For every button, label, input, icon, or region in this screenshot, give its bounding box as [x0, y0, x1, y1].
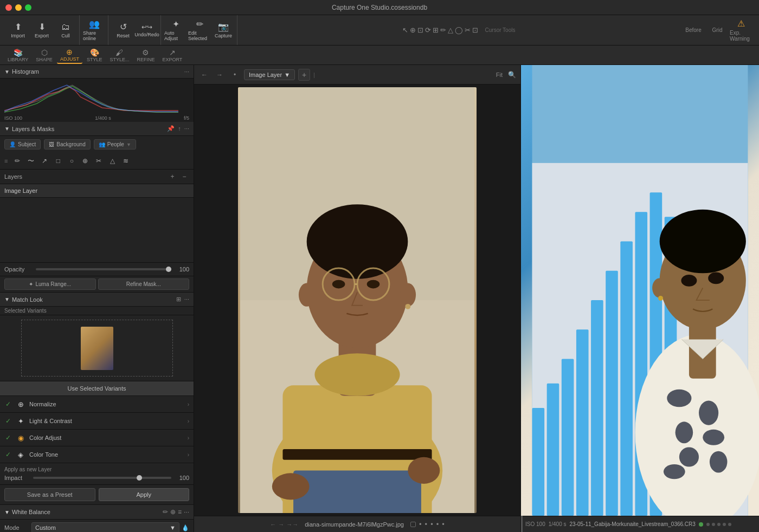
luma-range-button[interactable]: ✦ Luma Range... [4, 278, 96, 290]
mask-separator: ≡ [4, 158, 8, 164]
canvas-separator: | [313, 72, 315, 78]
refine-mask-button[interactable]: Refine Mask... [98, 278, 190, 290]
impact-label: Impact [4, 475, 29, 481]
histogram-menu-icon[interactable]: ··· [184, 68, 189, 75]
cursor-tool-10[interactable]: ⊡ [472, 26, 478, 34]
mask-tool-subtract[interactable]: ✂ [93, 155, 105, 167]
mask-tool-ellipse[interactable]: ○ [66, 155, 78, 167]
tab-style[interactable]: 🎨 STYLE [83, 47, 106, 64]
mask-tool-invert[interactable]: ≋ [120, 155, 132, 167]
status-small-dot-1 [706, 523, 710, 526]
maximize-button[interactable] [25, 4, 31, 11]
impact-row: Impact 100 [4, 475, 189, 481]
wb-menu-icon[interactable]: ··· [184, 508, 189, 516]
undo-redo-button[interactable]: ↩↪ Undo/Redo [136, 18, 158, 43]
histogram-header[interactable]: ▼ Histogram ··· [0, 65, 194, 79]
match-item-normalize[interactable]: ✓ ⊕ Normalize › [0, 396, 194, 413]
minimize-button[interactable] [15, 4, 22, 11]
grid-button[interactable]: Grid [706, 18, 729, 43]
remove-layer-icon[interactable]: − [179, 172, 189, 181]
edit-selected-button[interactable]: ✏ Edit Selected [188, 18, 211, 43]
white-balance-mode-select[interactable]: Custom ▼ [31, 522, 179, 532]
svg-rect-14 [282, 449, 432, 460]
tab-library[interactable]: 📚 LIBRARY [4, 47, 31, 64]
cursor-tool-8[interactable]: ◯ [455, 26, 463, 34]
cursor-tool-7[interactable]: △ [448, 26, 453, 34]
import-button[interactable]: ⬆ Import [7, 18, 29, 43]
auto-adjust-button[interactable]: ✦ Auto Adjust [164, 18, 187, 43]
cursor-tool-6[interactable]: ✏ [440, 26, 446, 34]
mask-tool-lasso[interactable]: 〜 [25, 155, 37, 167]
svg-point-11 [332, 280, 345, 289]
mask-tool-add[interactable]: ⊕ [79, 155, 91, 167]
white-balance-header[interactable]: ▼ White Balance ✏ ⊕ ≡ ··· [0, 505, 194, 520]
wb-eyedropper-icon[interactable]: 💧 [182, 524, 189, 531]
add-layer-icon[interactable]: + [168, 172, 177, 181]
mask-tool-gradient[interactable]: ↗ [38, 155, 50, 167]
save-preset-button[interactable]: Save as a Preset [4, 488, 95, 501]
white-balance-tools: ✏ ⊕ ≡ ··· [163, 508, 189, 516]
cursor-tool-5[interactable]: ⊞ [433, 26, 439, 34]
apply-button[interactable]: Apply [99, 488, 190, 501]
layers-masks-pin-icon[interactable]: 📌 [167, 125, 175, 132]
main-toolbar: ⬆ Import ⬇ Export 🗂 Cull 👥 Share online … [0, 15, 759, 46]
tab-export[interactable]: ↗ EXPORT [159, 47, 185, 64]
close-button[interactable] [5, 4, 12, 11]
background-mask-button[interactable]: 🖼 Background [44, 139, 90, 150]
wb-tool-2[interactable]: ⊕ [170, 508, 176, 516]
tab-adjust[interactable]: ⊕ ADJUST [57, 47, 82, 64]
match-item-light-contrast[interactable]: ✓ ✦ Light & Contrast › [0, 413, 194, 430]
match-look-grid-icon[interactable]: ⊞ [176, 296, 181, 303]
reset-button[interactable]: ↺ Reset [112, 18, 134, 43]
tab-refine[interactable]: ⚙ REFINE [133, 47, 158, 64]
wb-tool-1[interactable]: ✏ [163, 508, 168, 516]
opacity-slider[interactable] [36, 268, 171, 270]
cursor-tool-4[interactable]: ⟳ [425, 26, 431, 34]
canvas-fast-next[interactable]: →→ [286, 521, 298, 528]
svg-rect-25 [576, 329, 589, 516]
exp-warning-button[interactable]: ⚠ Exp. Warning [730, 18, 752, 43]
canvas-next-arrow[interactable]: → [278, 521, 284, 528]
layers-masks-header[interactable]: ▼ Layers & Masks 📌 ↑ ··· [0, 122, 194, 136]
match-item-color-tone[interactable]: ✓ ◈ Color Tone › [0, 446, 194, 463]
share-online-button[interactable]: 👥 Share online [83, 18, 106, 43]
zoom-search-icon[interactable]: 🔍 [508, 71, 516, 79]
canvas-nav-right[interactable]: → [214, 69, 226, 81]
people-mask-button[interactable]: 👥 People ▼ [94, 139, 136, 150]
add-layer-button[interactable]: + [298, 69, 310, 81]
canvas-nav-dot[interactable]: • [229, 69, 241, 81]
layer-selector-dropdown[interactable]: Image Layer ▼ [244, 69, 295, 80]
mask-tool-refine[interactable]: △ [106, 155, 118, 167]
canvas-prev-arrow[interactable]: ← [270, 521, 276, 528]
match-look-drop-area[interactable] [21, 320, 173, 377]
cursor-tool-9[interactable]: ✂ [465, 26, 471, 34]
match-look-menu-icon[interactable]: ··· [184, 296, 189, 303]
canvas-nav-left[interactable]: ← [198, 69, 210, 81]
cursor-tool-2[interactable]: ⊕ [410, 26, 416, 34]
selected-variants-label: Selected Variants [0, 307, 194, 315]
image-layer-row[interactable]: Image Layer [0, 184, 194, 198]
tab-shape[interactable]: ⬡ SHAPE [33, 47, 56, 64]
use-selected-variants-button[interactable]: Use Selected Variants [0, 381, 194, 396]
wb-tool-3[interactable]: ≡ [178, 508, 182, 516]
portrait-svg [238, 87, 477, 513]
cursor-tool-3[interactable]: ⊡ [417, 26, 423, 34]
cull-button[interactable]: 🗂 Cull [54, 18, 77, 43]
impact-slider[interactable] [33, 477, 171, 479]
layers-masks-up-icon[interactable]: ↑ [178, 125, 181, 132]
mask-tool-brush[interactable]: ✏ [11, 155, 23, 167]
status-dot-green [699, 522, 703, 527]
capture-button[interactable]: 📷 Capture [212, 18, 235, 43]
match-look-header[interactable]: ▼ Match Look ⊞ ··· [0, 293, 194, 307]
match-item-color-adjust[interactable]: ✓ ◉ Color Adjust › [0, 430, 194, 446]
tab-style2[interactable]: 🖌 STYLE... [106, 47, 132, 64]
window-title: Capture One Studio.cosessiondb [332, 4, 427, 11]
mask-buttons-row: 👤 Subject 🖼 Background 👥 People ▼ [0, 136, 194, 153]
subject-mask-button[interactable]: 👤 Subject [4, 139, 41, 150]
layers-masks-menu-icon[interactable]: ··· [184, 125, 189, 132]
color-adjust-label: Color Adjust [29, 434, 188, 441]
mask-tool-rect[interactable]: □ [52, 155, 64, 167]
cursor-tool-1[interactable]: ↖ [402, 26, 408, 34]
export-button[interactable]: ⬇ Export [30, 18, 53, 43]
before-button[interactable]: Before [682, 18, 705, 43]
